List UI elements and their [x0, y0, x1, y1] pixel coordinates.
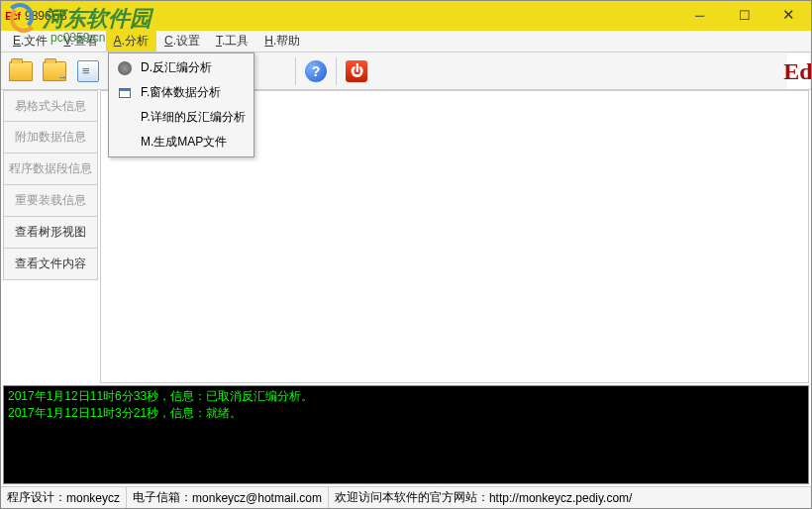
toolbar-separator: [295, 57, 296, 85]
sidebar-extra-data[interactable]: 附加数据信息: [3, 122, 98, 153]
console-line: 2017年1月12日11时3分21秒，信息：就绪。: [8, 405, 804, 422]
dropdown-detailed-disassemble[interactable]: P.详细的反汇编分析: [111, 105, 252, 130]
toolbar-list-button[interactable]: [72, 55, 104, 87]
titlebar: Ecf 9896EB ─ ☐ ✕: [1, 1, 811, 31]
analyze-dropdown: D.反汇编分析 F.窗体数据分析 P.详细的反汇编分析 M.生成MAP文件: [108, 52, 254, 157]
dropdown-generate-map[interactable]: M.生成MAP文件: [111, 130, 252, 154]
menu-file[interactable]: E.文件: [5, 31, 55, 51]
window-title: 9896EB: [25, 9, 67, 23]
close-button[interactable]: ✕: [766, 1, 811, 29]
console-output: 2017年1月12日11时6分33秒，信息：已取消反汇编分析。 2017年1月1…: [3, 385, 809, 484]
status-email: 电子信箱：monkeycz@hotmail.com: [127, 487, 329, 508]
right-logo: Ed: [787, 53, 809, 89]
sidebar-file-content[interactable]: 查看文件内容: [3, 249, 98, 280]
window-icon: [117, 85, 133, 101]
toolbar-export-button[interactable]: [39, 55, 70, 87]
maximize-button[interactable]: ☐: [722, 1, 766, 29]
menu-tools[interactable]: T.工具: [208, 31, 256, 51]
toolbar-separator: [336, 57, 337, 85]
toolbar-help-button[interactable]: ?: [300, 55, 332, 87]
sidebar-header-info[interactable]: 易格式头信息: [3, 90, 98, 122]
menu-analyze[interactable]: A.分析: [106, 31, 156, 51]
menu-view[interactable]: V.查看: [55, 31, 105, 51]
toolbar-open-button[interactable]: [5, 55, 37, 87]
menu-help[interactable]: H.帮助: [256, 31, 308, 51]
sidebar-load-info[interactable]: 重要装载信息: [3, 185, 98, 217]
console-line: 2017年1月12日11时6分33秒，信息：已取消反汇编分析。: [8, 388, 804, 405]
menubar: E.文件 V.查看 A.分析 C.设置 T.工具 H.帮助: [1, 31, 811, 52]
minimize-button[interactable]: ─: [677, 1, 722, 29]
gear-icon: [117, 60, 133, 76]
status-website: 欢迎访问本软件的官方网站：http://monkeycz.pediy.com/: [329, 487, 811, 508]
dropdown-disassemble[interactable]: D.反汇编分析: [111, 55, 252, 80]
menu-config[interactable]: C.设置: [156, 31, 208, 51]
toolbar-exit-button[interactable]: ⏻: [341, 55, 372, 87]
dropdown-form-data[interactable]: F.窗体数据分析: [111, 80, 252, 105]
side-panel: 易格式头信息 附加数据信息 程序数据段信息 重要装载信息 查看树形视图 查看文件…: [3, 90, 98, 280]
sidebar-tree-view[interactable]: 查看树形视图: [3, 217, 98, 249]
status-designer: 程序设计：monkeycz: [1, 487, 127, 508]
app-icon: Ecf: [5, 8, 21, 24]
sidebar-segment-info[interactable]: 程序数据段信息: [3, 153, 98, 185]
statusbar: 程序设计：monkeycz 电子信箱：monkeycz@hotmail.com …: [1, 486, 811, 508]
